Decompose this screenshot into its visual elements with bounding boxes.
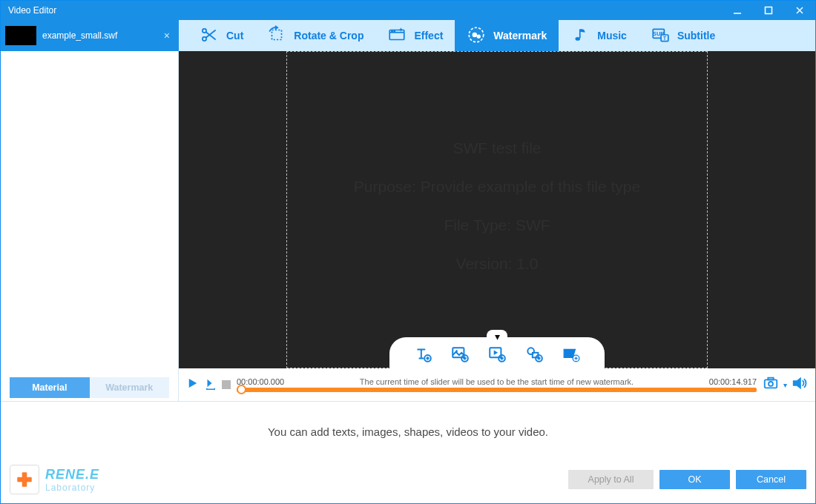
volume-button[interactable]: [792, 375, 808, 394]
preview-text: File Type: SWF: [444, 216, 550, 234]
effect-icon: [387, 25, 407, 47]
tool-label: Watermark: [493, 30, 547, 42]
title-bar: Video Editor: [1, 1, 815, 20]
add-fill-button[interactable]: [562, 345, 581, 364]
tab-label: Watermark: [105, 382, 153, 393]
svg-rect-8: [272, 30, 282, 39]
svg-point-15: [477, 34, 481, 38]
svg-marker-43: [189, 379, 197, 388]
add-image-button[interactable]: [450, 345, 470, 364]
tab-label: Material: [32, 382, 67, 393]
sidebar: Material Watermark: [1, 51, 179, 401]
collapse-icon[interactable]: ▾: [487, 330, 507, 340]
snapshot-chevron-icon[interactable]: ▾: [783, 381, 787, 389]
svg-marker-44: [208, 379, 212, 388]
subtitle-icon: SUBT: [651, 25, 670, 47]
logo-line2: Laboratory: [45, 483, 99, 493]
stop-button[interactable]: [222, 380, 231, 389]
logo-badge-icon: [10, 465, 39, 494]
button-label: Apply to All: [588, 474, 634, 485]
brand-logo: RENE.E Laboratory: [10, 465, 99, 494]
preview-pane: SWF test file Purpose: Provide example o…: [179, 51, 815, 401]
add-text-button[interactable]: [413, 345, 432, 364]
play-button[interactable]: [186, 377, 200, 393]
preview-text: SWF test file: [453, 139, 541, 157]
rotate-crop-icon: [267, 25, 286, 47]
capture-audio: ▾: [763, 375, 808, 394]
minimize-button[interactable]: [722, 1, 753, 20]
music-icon: [570, 25, 590, 47]
svg-marker-48: [794, 379, 800, 388]
svg-point-11: [392, 30, 392, 31]
tool-watermark[interactable]: Watermark: [455, 20, 559, 51]
button-label: OK: [688, 474, 701, 485]
tool-label: Subtitle: [677, 30, 715, 42]
hint-area: You can add texts, images, shapes, video…: [1, 402, 815, 462]
playback-controls: [186, 377, 231, 393]
timeline-hint: The current time of slider will be used …: [284, 377, 709, 386]
body: Material Watermark SWF test file Purpose…: [1, 51, 815, 401]
sidebar-content: [1, 51, 178, 377]
svg-point-14: [473, 32, 478, 37]
watermark-toolbar: ▾: [389, 337, 605, 368]
svg-point-12: [395, 30, 395, 31]
ok-button[interactable]: OK: [659, 470, 730, 489]
bottom-panel: You can add texts, images, shapes, video…: [1, 401, 815, 503]
tab-material[interactable]: Material: [10, 377, 90, 398]
snapshot-button[interactable]: [763, 375, 779, 394]
svg-point-5: [203, 36, 206, 40]
maximize-button[interactable]: [753, 1, 784, 20]
svg-text:T: T: [663, 35, 666, 40]
svg-marker-31: [494, 351, 498, 356]
button-label: Cancel: [757, 474, 786, 485]
tool-subtitle[interactable]: SUBT Subtitle: [639, 20, 727, 51]
app-window: Video Editor example_small.swf × Cut Rot…: [0, 0, 816, 504]
logo-line1: RENE.E: [45, 467, 99, 483]
add-shape-button[interactable]: [524, 345, 544, 364]
sidebar-tabs: Material Watermark: [1, 377, 178, 401]
tool-effect[interactable]: Effect: [375, 20, 455, 51]
svg-point-46: [769, 382, 773, 386]
apply-to-all-button[interactable]: Apply to All: [568, 470, 654, 489]
timeline-row: 00:00:00.000 The current time of slider …: [179, 368, 815, 401]
file-tab[interactable]: example_small.swf ×: [1, 20, 179, 51]
step-button[interactable]: [204, 377, 217, 393]
file-name: example_small.swf: [42, 30, 117, 41]
crop-region[interactable]: SWF test file Purpose: Provide example o…: [286, 51, 708, 368]
tab-watermark[interactable]: Watermark: [90, 377, 170, 398]
scissors-icon: [200, 25, 219, 47]
svg-rect-30: [490, 348, 501, 357]
svg-rect-47: [768, 378, 773, 380]
tool-label: Cut: [226, 30, 243, 42]
svg-point-32: [499, 355, 505, 362]
preview-text: Purpose: Provide example of this file ty…: [354, 178, 640, 196]
watermark-icon: [467, 25, 486, 47]
add-video-button[interactable]: [487, 345, 507, 364]
tool-rotate-crop[interactable]: Rotate & Crop: [255, 20, 375, 51]
svg-point-4: [203, 28, 206, 32]
tool-label: Rotate & Crop: [294, 30, 363, 42]
close-file-icon[interactable]: ×: [161, 30, 173, 42]
file-thumbnail: [5, 26, 36, 45]
window-title: Video Editor: [8, 5, 56, 16]
svg-rect-1: [766, 7, 772, 14]
bottom-row: RENE.E Laboratory Apply to All OK Cancel: [1, 462, 815, 503]
close-button[interactable]: [784, 1, 815, 20]
hint-text: You can add texts, images, shapes, video…: [268, 425, 548, 438]
cancel-button[interactable]: Cancel: [736, 470, 806, 489]
svg-rect-50: [17, 477, 32, 483]
slider-knob[interactable]: [237, 385, 246, 394]
time-end: 00:00:14.917: [709, 377, 757, 386]
timeline: 00:00:00.000 The current time of slider …: [237, 377, 757, 392]
preview-text: Version: 1.0: [456, 255, 539, 273]
svg-point-26: [455, 350, 458, 352]
tool-label: Effect: [414, 30, 443, 42]
tool-music[interactable]: Music: [559, 20, 639, 51]
timeline-slider[interactable]: [237, 388, 757, 392]
toolbar-row: example_small.swf × Cut Rotate & Crop Ef…: [1, 20, 815, 51]
tool-label: Music: [597, 30, 627, 42]
tool-cut[interactable]: Cut: [188, 20, 255, 51]
video-canvas[interactable]: SWF test file Purpose: Provide example o…: [179, 51, 815, 368]
tools: Cut Rotate & Crop Effect Watermark Music…: [179, 20, 815, 51]
